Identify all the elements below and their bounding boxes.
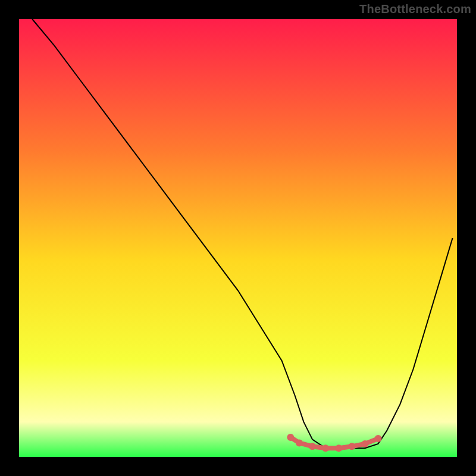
chart-frame: TheBottleneck.com [0,0,476,476]
bottleneck-chart [0,0,476,476]
valley-marker-dot [348,443,355,450]
valley-marker-dot [296,439,303,446]
valley-marker-dot [287,434,294,441]
valley-marker-dot [361,440,368,447]
valley-marker-dot [309,443,316,450]
valley-marker-dot [322,444,329,452]
site-brand: TheBottleneck.com [359,2,471,16]
valley-marker-dot [375,435,382,442]
valley-marker-dot [335,444,342,452]
plot-background [19,19,457,457]
